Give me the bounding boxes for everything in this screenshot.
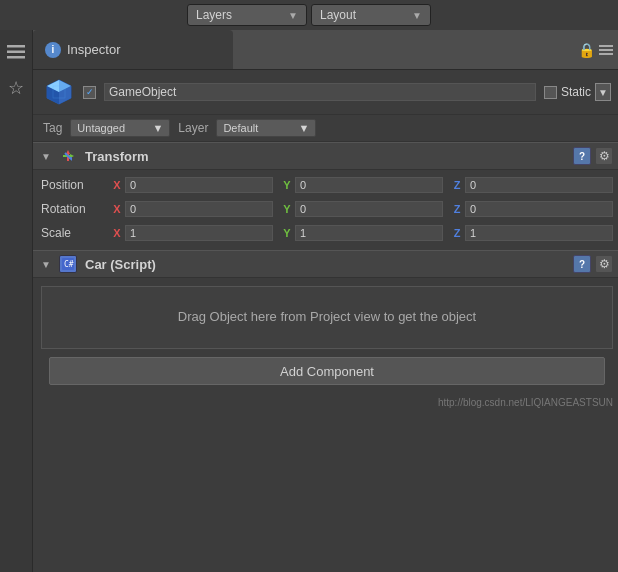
position-x-input[interactable] <box>125 177 273 193</box>
layout-arrow-icon: ▼ <box>412 10 422 21</box>
svg-rect-2 <box>7 56 25 59</box>
car-script-section-header[interactable]: ▼ C# Car (Script) ? ⚙ <box>33 250 618 278</box>
layout-dropdown[interactable]: Layout ▼ <box>311 4 431 26</box>
position-label: Position <box>41 178 111 192</box>
gameobject-checkbox[interactable]: ✓ <box>83 86 96 99</box>
rotation-x-group: X <box>111 201 273 217</box>
tag-arrow-icon: ▼ <box>152 122 163 134</box>
hamburger-icon[interactable] <box>0 38 32 66</box>
layer-value: Default <box>223 122 258 134</box>
car-script-title: Car (Script) <box>85 257 565 272</box>
gameobject-name-input[interactable] <box>104 83 536 101</box>
rotation-y-label: Y <box>281 203 293 215</box>
static-section: Static ▼ <box>544 83 611 101</box>
layers-dropdown[interactable]: Layers ▼ <box>187 4 307 26</box>
scale-y-group: Y <box>281 225 443 241</box>
rotation-z-input[interactable] <box>465 201 613 217</box>
top-bar: Layers ▼ Layout ▼ <box>0 0 618 30</box>
tag-layer-row: Tag Untagged ▼ Layer Default ▼ <box>33 115 618 142</box>
position-y-input[interactable] <box>295 177 443 193</box>
bottom-url: http://blog.csdn.net/LIQIANGEASTSUN <box>33 393 618 412</box>
inspector-info-icon: i <box>45 42 61 58</box>
rotation-z-label: Z <box>451 203 463 215</box>
transform-collapse-arrow: ▼ <box>41 151 51 162</box>
inspector-tab-content: i Inspector <box>45 42 120 58</box>
rotation-row: Rotation X Y Z <box>41 198 613 220</box>
scale-row: Scale X Y Z <box>41 222 613 244</box>
transform-title: Transform <box>85 149 565 164</box>
car-help-button[interactable]: ? <box>573 255 591 273</box>
tab-menu-icon[interactable] <box>599 45 613 55</box>
static-label: Static <box>561 85 591 99</box>
scale-y-label: Y <box>281 227 293 239</box>
layout-label: Layout <box>320 8 356 22</box>
transform-buttons: ? ⚙ <box>573 147 613 165</box>
scale-z-input[interactable] <box>465 225 613 241</box>
inspector-body: ✓ Static ▼ Tag Untagged ▼ Layer Defaul <box>33 70 618 572</box>
car-script-icon: C# <box>59 255 77 273</box>
scale-x-input[interactable] <box>125 225 273 241</box>
scale-y-input[interactable] <box>295 225 443 241</box>
position-x-label: X <box>111 179 123 191</box>
main-container: ☆ i Inspector 🔒 <box>0 30 618 572</box>
transform-gear-button[interactable]: ⚙ <box>595 147 613 165</box>
add-component-button[interactable]: Add Component <box>49 357 605 385</box>
position-y-group: Y <box>281 177 443 193</box>
layer-label: Layer <box>178 121 208 135</box>
transform-section-header[interactable]: ▼ Transform ? ⚙ <box>33 142 618 170</box>
inspector-panel: i Inspector 🔒 <box>33 30 618 572</box>
static-checkbox[interactable] <box>544 86 557 99</box>
inspector-tab-title: Inspector <box>67 42 120 57</box>
svg-text:C#: C# <box>64 260 74 269</box>
tag-dropdown[interactable]: Untagged ▼ <box>70 119 170 137</box>
rotation-z-group: Z <box>451 201 613 217</box>
transform-fields: Position X Y Z <box>33 170 618 250</box>
car-script-buttons: ? ⚙ <box>573 255 613 273</box>
position-x-group: X <box>111 177 273 193</box>
scale-x-group: X <box>111 225 273 241</box>
static-dropdown-arrow[interactable]: ▼ <box>595 83 611 101</box>
gameobject-row: ✓ Static ▼ <box>33 70 618 115</box>
layers-label: Layers <box>196 8 232 22</box>
layers-arrow-icon: ▼ <box>288 10 298 21</box>
scale-z-group: Z <box>451 225 613 241</box>
scale-label: Scale <box>41 226 111 240</box>
layer-dropdown[interactable]: Default ▼ <box>216 119 316 137</box>
rotation-label: Rotation <box>41 202 111 216</box>
transform-icon <box>59 147 77 165</box>
transform-help-button[interactable]: ? <box>573 147 591 165</box>
rotation-y-group: Y <box>281 201 443 217</box>
position-y-label: Y <box>281 179 293 191</box>
position-z-label: Z <box>451 179 463 191</box>
car-gear-button[interactable]: ⚙ <box>595 255 613 273</box>
tab-icons: 🔒 <box>578 42 613 58</box>
left-strip: ☆ <box>0 30 33 572</box>
drag-object-text: Drag Object here from Project view to ge… <box>178 309 476 324</box>
tag-value: Untagged <box>77 122 125 134</box>
rotation-x-input[interactable] <box>125 201 273 217</box>
scale-x-label: X <box>111 227 123 239</box>
rotation-y-input[interactable] <box>295 201 443 217</box>
position-row: Position X Y Z <box>41 174 613 196</box>
svg-rect-1 <box>7 51 25 54</box>
unity-cube-icon <box>43 76 75 108</box>
tag-label: Tag <box>43 121 62 135</box>
lock-icon[interactable]: 🔒 <box>578 42 595 58</box>
position-z-group: Z <box>451 177 613 193</box>
rotation-x-label: X <box>111 203 123 215</box>
car-collapse-arrow: ▼ <box>41 259 51 270</box>
position-z-input[interactable] <box>465 177 613 193</box>
scale-z-label: Z <box>451 227 463 239</box>
gameobject-checkbox-label: ✓ <box>83 86 96 99</box>
drag-object-area[interactable]: Drag Object here from Project view to ge… <box>41 286 613 349</box>
star-icon[interactable]: ☆ <box>0 74 32 102</box>
svg-rect-0 <box>7 45 25 48</box>
layer-arrow-icon: ▼ <box>299 122 310 134</box>
inspector-tab: i Inspector 🔒 <box>33 30 618 70</box>
